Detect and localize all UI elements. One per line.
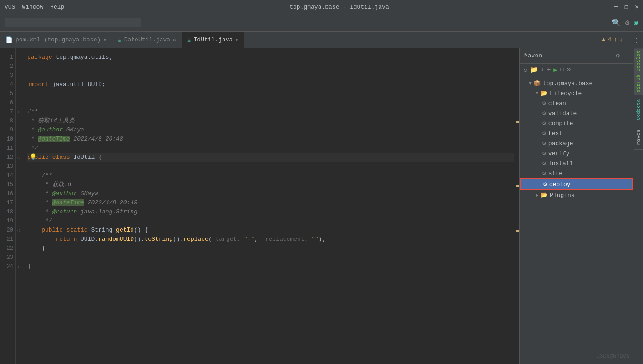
tab-idutil[interactable]: ☕ IdUtil.java ✕	[182, 32, 244, 48]
code-line-17: * @dateTime 2022/4/8 20:49	[27, 198, 514, 207]
code-line-12: public class IdUtil {💡	[27, 153, 514, 162]
code-content[interactable]: package top.gmaya.utils; import java.uti…	[25, 48, 514, 364]
code-line-9: * @author GMaya	[27, 126, 514, 135]
settings-icon[interactable]: ⚙	[625, 18, 630, 27]
tool-strip: GitHub Copilot Codeota Maven	[633, 48, 643, 364]
code-line-16: * @author GMaya	[27, 189, 514, 198]
maven-run-btn[interactable]: ▶	[553, 66, 557, 74]
package-gear-icon: ⚙	[542, 140, 546, 147]
maven-root-label: top.gmaya.base	[543, 80, 592, 87]
tab-idutil-close[interactable]: ✕	[235, 37, 238, 43]
codeota-tab[interactable]: Codeota	[634, 95, 643, 125]
bulb-hint[interactable]: 💡	[30, 153, 37, 162]
warning-icon: ▲	[602, 36, 606, 43]
maven-install[interactable]: ⚙ install	[520, 158, 633, 168]
code-line-8: * 获取id工具类	[27, 116, 514, 126]
maven-title: Maven	[524, 52, 542, 59]
main-area: 1 2 3 4 5 6 7 8 9 10 11 12 13 14 15 16 1…	[0, 48, 643, 364]
maximize-button[interactable]: ❐	[624, 3, 628, 10]
warnings-indicator[interactable]: ▲ 4 ↑ ↓	[602, 32, 630, 48]
code-line-13	[27, 162, 514, 171]
warning-up[interactable]: ↑	[613, 36, 617, 43]
search-bar: 🔍 ⚙ ◉	[0, 14, 643, 32]
maven-plugins-folder[interactable]: ▶ 📂 Plugins	[520, 190, 633, 200]
tab-dateutil[interactable]: ☕ DateUtil.java ✕	[112, 32, 182, 48]
maven-more-btn[interactable]: »	[567, 66, 571, 74]
maven-actions[interactable]: ⚙ —	[615, 51, 628, 61]
maven-side-tab[interactable]: Maven	[634, 125, 643, 150]
window-controls[interactable]: — ❐ ✕	[614, 3, 638, 10]
validate-gear-icon: ⚙	[542, 110, 546, 117]
maven-toolbar: ↻ 📁 ⬇ + ▶ m »	[520, 64, 633, 76]
maven-header: Maven ⚙ —	[520, 48, 633, 64]
deploy-gear-icon: ⚙	[543, 181, 547, 188]
maven-verify[interactable]: ⚙ verify	[520, 148, 633, 158]
maven-lifecycle-folder[interactable]: ▼ 📂 Lifecycle	[520, 88, 633, 98]
maven-compile[interactable]: ⚙ compile	[520, 118, 633, 128]
scroll-markers	[514, 48, 519, 364]
gutter-bookmark-12: ◁	[16, 153, 21, 162]
menu-window[interactable]: Window	[22, 4, 43, 10]
window-title: top.gmaya.base - IdUtil.java	[73, 4, 605, 10]
maven-settings-btn[interactable]: ⚙	[615, 51, 620, 61]
code-line-18: * @return java.lang.String	[27, 207, 514, 217]
menu-vcs[interactable]: VCS	[5, 4, 15, 10]
maven-validate[interactable]: ⚙ validate	[520, 108, 633, 118]
search-input[interactable]	[5, 18, 141, 27]
maven-collapse-btn[interactable]: —	[623, 51, 628, 61]
xml-icon: 📄	[5, 36, 13, 44]
tab-idutil-label: IdUtil.java	[194, 36, 233, 43]
tab-bar: 📄 pom.xml (top.gmaya.base) ✕ ☕ DateUtil.…	[0, 32, 643, 48]
menu-bar[interactable]: VCS Window Help	[5, 4, 64, 10]
maven-add-btn[interactable]: +	[547, 66, 551, 73]
code-line-15: * 获取id	[27, 180, 514, 189]
menu-help[interactable]: Help	[50, 4, 64, 10]
github-copilot-tab[interactable]: GitHub Copilot	[634, 48, 643, 95]
maven-tree-root[interactable]: ▼ 📦 top.gmaya.base	[520, 78, 633, 88]
maven-test-label: test	[548, 130, 562, 137]
maven-validate-label: validate	[548, 110, 577, 117]
maven-package-label: package	[548, 140, 573, 147]
search-icon[interactable]: 🔍	[612, 18, 621, 27]
maven-plugins-label: Plugins	[550, 192, 575, 199]
code-editor[interactable]: 1 2 3 4 5 6 7 8 9 10 11 12 13 14 15 16 1…	[0, 48, 519, 364]
maven-test[interactable]: ⚙ test	[520, 128, 633, 138]
maven-m-btn[interactable]: m	[560, 66, 564, 73]
tab-dateutil-label: DateUtil.java	[124, 36, 170, 43]
tab-pom-close[interactable]: ✕	[103, 37, 106, 43]
maven-site[interactable]: ⚙ site	[520, 168, 633, 178]
tab-pom[interactable]: 📄 pom.xml (top.gmaya.base) ✕	[0, 32, 112, 48]
tab-options[interactable]: ⋮	[630, 32, 643, 48]
dateutil-icon: ☕	[118, 36, 122, 44]
maven-download-icon[interactable]: ⬇	[540, 66, 544, 74]
warning-down[interactable]: ↓	[619, 36, 623, 43]
maven-clean[interactable]: ⚙ clean	[520, 98, 633, 108]
maven-deploy[interactable]: ⚙ deploy	[520, 178, 633, 190]
maven-download-btn[interactable]: 📁	[530, 66, 537, 74]
line-numbers: 1 2 3 4 5 6 7 8 9 10 11 12 13 14 15 16 1…	[0, 48, 16, 364]
code-line-1: package top.gmaya.utils;	[27, 53, 514, 62]
jetbrains-icon: ◉	[634, 18, 638, 27]
code-line-10: * @dateTime 2022/4/8 20:48	[27, 135, 514, 144]
scroll-marker-3	[516, 230, 519, 232]
maven-refresh-btn[interactable]: ↻	[523, 66, 527, 74]
code-line-6	[27, 98, 514, 107]
clean-gear-icon: ⚙	[542, 100, 546, 107]
tab-pom-label: pom.xml (top.gmaya.base)	[15, 36, 101, 43]
gutter-bookmark-20: ◁	[16, 226, 21, 235]
tab-dateutil-close[interactable]: ✕	[173, 37, 176, 43]
maven-compile-label: compile	[548, 120, 573, 127]
code-line-3	[27, 71, 514, 80]
code-line-22: }	[27, 244, 514, 253]
site-gear-icon: ⚙	[542, 170, 546, 177]
close-button[interactable]: ✕	[635, 3, 638, 10]
maven-package[interactable]: ⚙ package	[520, 138, 633, 148]
code-line-21: return UUID.randomUUID().toString().repl…	[27, 235, 514, 244]
warning-count: 4	[608, 36, 612, 43]
install-gear-icon: ⚙	[542, 160, 546, 167]
scroll-marker-2	[516, 185, 519, 187]
minimize-button[interactable]: —	[614, 3, 618, 10]
code-line-24: }	[27, 262, 514, 271]
maven-install-label: install	[548, 160, 573, 167]
maven-clean-label: clean	[548, 100, 566, 107]
